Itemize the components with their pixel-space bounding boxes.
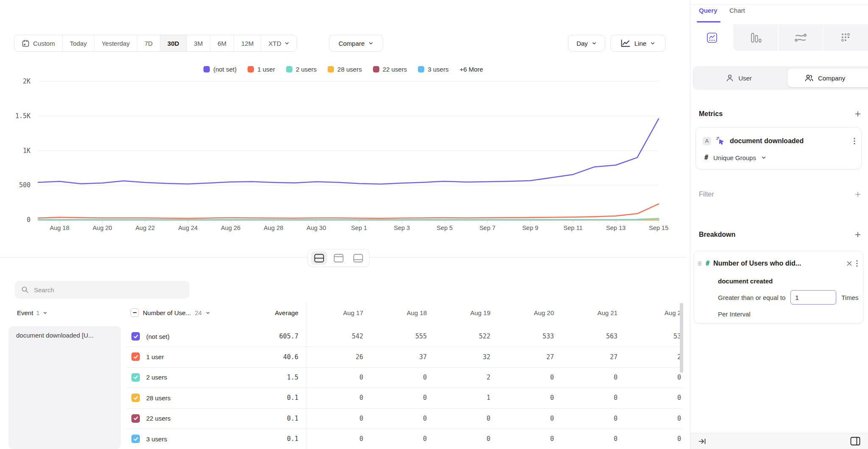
company-label: Company [818, 75, 845, 82]
side-panel-button[interactable] [850, 437, 860, 446]
breakdown-menu-button[interactable] [856, 260, 858, 267]
legend-swatch [328, 66, 334, 72]
tab-query[interactable]: Query [699, 7, 717, 14]
toggle-option-company[interactable]: Company [787, 69, 868, 87]
breakdown-title: Breakdown [699, 231, 735, 238]
toggle-option-user[interactable]: User [693, 74, 785, 82]
legend-item[interactable]: 2 users [286, 66, 317, 73]
drag-handle-icon[interactable] [698, 261, 702, 266]
x-tick-label: Aug 26 [221, 224, 240, 231]
legend-item[interactable]: 3 users [418, 66, 448, 73]
x-tick-label: Sep 9 [522, 224, 538, 231]
add-metric-button[interactable] [854, 111, 861, 117]
add-filter-button[interactable] [854, 191, 861, 198]
side-panel-icon [850, 437, 860, 446]
event-column-header[interactable]: Event 1 [17, 303, 47, 322]
table-row: (not set)605.754255552253356353 [0, 326, 687, 346]
remove-breakdown-button[interactable] [846, 261, 852, 266]
interval-dropdown[interactable]: Day [568, 35, 605, 52]
plus-icon [854, 231, 861, 238]
date-column-header: Aug 20 [490, 303, 554, 322]
chart-type-tab-line-chart-active[interactable] [690, 24, 733, 51]
date-range-label: XTD [268, 40, 281, 47]
metric-card[interactable]: A document downloaded # Unique Groups [696, 127, 862, 169]
condition-unit: Times [841, 294, 858, 301]
collapse-right-button[interactable] [698, 438, 707, 445]
row-value: 0 [554, 388, 618, 408]
row-value: 0 [554, 367, 618, 388]
query-panel: Query Chart User Company Metrics A docum… [690, 0, 868, 449]
x-tick-label: Aug 30 [306, 224, 326, 231]
date-range-today[interactable]: Today [63, 35, 95, 51]
legend-item[interactable]: (not set) [203, 66, 236, 73]
row-value: 0 [300, 429, 363, 449]
user-label: User [738, 75, 752, 82]
date-range-30d[interactable]: 30D [160, 35, 187, 51]
row-value: 0 [554, 429, 618, 449]
minus-icon [132, 310, 137, 315]
legend-item[interactable]: 1 user [248, 66, 275, 73]
row-value: 533 [490, 326, 554, 346]
legend-label: 22 users [383, 66, 407, 73]
row-checkbox[interactable] [131, 352, 140, 361]
panel-footer [690, 433, 868, 449]
add-breakdown-button[interactable] [854, 231, 861, 238]
date-range-6m[interactable]: 6M [210, 35, 234, 51]
row-value: 26 [300, 346, 363, 367]
chart-type-tab-bar-chart[interactable] [733, 24, 778, 51]
row-value: 0 [427, 408, 490, 429]
breakdown-property-name: Number of Users who did... [713, 260, 801, 267]
date-range-label: 3M [194, 40, 203, 47]
date-range-12m[interactable]: 12M [234, 35, 261, 51]
legend-item[interactable]: 28 users [328, 66, 362, 73]
measure-label: Unique Groups [713, 154, 756, 161]
chevron-down-icon[interactable] [206, 310, 210, 315]
row-checkbox[interactable] [131, 373, 140, 382]
chevron-down-icon[interactable] [761, 155, 766, 160]
per-interval-label[interactable]: Per Interval [718, 310, 751, 318]
layout-top-button[interactable] [331, 251, 347, 265]
row-label: (not set) [146, 326, 170, 346]
breakdown-event-name: document created [718, 277, 773, 285]
legend-item[interactable]: 22 users [373, 66, 407, 73]
event-count: 1 [36, 309, 39, 316]
row-value: 32 [427, 346, 490, 367]
row-checkbox[interactable] [131, 332, 140, 341]
row-checkbox[interactable] [131, 394, 140, 402]
breakdown-table-body: (not set)605.7542555522533563531 user40.… [0, 326, 687, 449]
x-tick-label: Aug 28 [264, 224, 283, 231]
date-range-yesterday[interactable]: Yesterday [95, 35, 137, 51]
row-value: 53 [618, 326, 681, 346]
condition-value-input[interactable] [790, 290, 836, 305]
chart-style-dropdown[interactable]: Line [610, 35, 665, 52]
row-value: 0 [363, 429, 427, 449]
row-value: 0 [618, 388, 681, 408]
line-chart-tab-icon [707, 32, 718, 43]
tab-chart[interactable]: Chart [729, 7, 745, 14]
search-input[interactable] [34, 286, 183, 294]
layout-bottom-button[interactable] [350, 251, 366, 265]
bar-chart-tab-icon [750, 32, 762, 43]
chart-type-tab-scatter-grid[interactable] [823, 24, 868, 51]
row-checkbox[interactable] [131, 414, 140, 423]
date-range-xtd[interactable]: XTD [261, 35, 297, 51]
chart-type-tab-flow-chart[interactable] [779, 24, 823, 51]
layout-split-button[interactable] [311, 251, 327, 265]
vertical-scrollbar[interactable] [680, 303, 683, 373]
interval-label: Day [576, 40, 588, 47]
x-tick-label: Aug 24 [178, 224, 198, 231]
legend-more-button[interactable]: +6 More [459, 66, 483, 73]
date-range-custom[interactable]: Custom [14, 35, 63, 51]
line-mini-icon [620, 39, 631, 47]
flow-chart-tab-icon [794, 33, 807, 43]
row-label: 3 users [146, 429, 167, 449]
metric-menu-button[interactable] [854, 138, 855, 144]
row-value: 0 [618, 367, 681, 388]
row-value: 0 [427, 429, 490, 449]
date-range-3m[interactable]: 3M [187, 35, 211, 51]
compare-button[interactable]: Compare [329, 35, 383, 52]
select-all-checkbox[interactable] [131, 308, 139, 317]
row-value: 0 [618, 408, 681, 429]
date-range-7d[interactable]: 7D [137, 35, 160, 51]
row-checkbox[interactable] [131, 435, 140, 443]
